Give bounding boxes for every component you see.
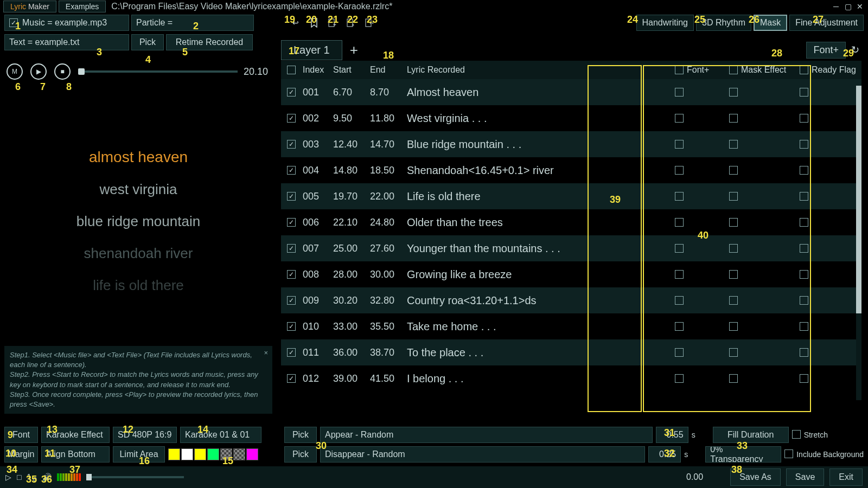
save-as-button[interactable]: Save As [730,468,781,486]
row-ready-checkbox[interactable] [800,114,808,123]
row-ready-checkbox[interactable] [800,374,808,383]
row-mask-checkbox[interactable] [729,244,738,253]
table-row[interactable]: 0016.708.70 Almost heaven [281,79,861,105]
row-mask-checkbox[interactable] [729,114,738,123]
row-ready-checkbox[interactable] [800,348,808,357]
handwriting-button[interactable]: Handwriting [636,15,694,31]
pick-appear-button[interactable]: Pick [284,427,317,443]
table-scrollbar[interactable] [856,86,861,400]
save-button[interactable]: Save [786,468,824,486]
row-fontplus-checkbox[interactable] [675,114,684,123]
row-fontplus-checkbox[interactable] [675,218,684,227]
table-row[interactable]: 00519.7022.00 Life is old there [281,183,861,209]
appear-effect-field[interactable]: Appear - Random [320,427,653,443]
row-checkbox[interactable] [287,140,296,149]
table-row[interactable]: 0029.5011.80 West virginia . . . [281,105,861,131]
transparency-select[interactable]: 0% Transparency [705,446,781,463]
stop-footer-icon[interactable]: □ [17,473,21,481]
select-all-checkbox[interactable] [287,66,296,74]
clear-all-icon[interactable]: ×× [361,15,378,31]
row-fontplus-checkbox[interactable] [675,88,684,97]
row-fontplus-checkbox[interactable] [675,322,684,331]
color-swatch[interactable] [220,448,232,460]
row-fontplus-checkbox[interactable] [675,140,684,149]
row-checkbox[interactable] [287,114,296,123]
row-ready-checkbox[interactable] [800,270,808,279]
karaoke-effect-select[interactable]: Karaoke Effect [41,427,110,443]
row-fontplus-checkbox[interactable] [675,192,684,201]
play-footer-icon[interactable]: ▷ [5,473,11,481]
row-ready-checkbox[interactable] [800,88,808,97]
3d-rhythm-button[interactable]: 3D Rhythm [696,15,751,31]
font-button[interactable]: Font [4,427,38,443]
row-mask-checkbox[interactable] [729,322,738,331]
mask-header-checkbox[interactable] [729,66,738,74]
retime-button[interactable]: Retime Recorded [166,34,253,50]
color-swatch[interactable] [168,448,180,460]
table-row[interactable]: 00312.4014.70 Blue ridge mountain . . . [281,131,861,157]
tab-examples[interactable]: Examples [59,1,106,12]
row-checkbox[interactable] [287,322,296,331]
appear-duration-input[interactable]: 0.55 [656,427,688,443]
color-swatch[interactable] [246,448,258,460]
row-checkbox[interactable] [287,218,296,227]
exit-button[interactable]: Exit [829,468,863,486]
fontplus-header-checkbox[interactable] [675,66,684,74]
maximize-icon[interactable]: ▢ [843,3,853,10]
row-checkbox[interactable] [287,88,296,97]
include-bg-checkbox[interactable] [784,450,793,458]
row-fontplus-checkbox[interactable] [675,166,684,175]
particle-field[interactable]: Particle = [131,15,254,31]
margin-button[interactable]: Margin [4,446,38,463]
music-file-field[interactable]: Music = example.mp3 [4,15,129,31]
minimize-icon[interactable]: ─ [831,3,841,10]
pick-disappear-button[interactable]: Pick [284,446,317,463]
table-row[interactable]: 00725.0027.60 Younger than the mountains… [281,235,861,261]
align-select[interactable]: Align Bottom [41,446,110,463]
pick-text-button[interactable]: Pick [131,34,164,50]
volume-slider[interactable] [86,476,184,478]
karaoke-preset-select[interactable]: Karaoke 01 & 01 [180,427,261,443]
ready-header-checkbox[interactable] [800,66,808,74]
row-mask-checkbox[interactable] [729,218,738,227]
speaker-icon[interactable]: 🔊 [42,473,52,481]
row-mask-checkbox[interactable] [729,166,738,175]
table-row[interactable]: 00622.1024.80 Older than the trees [281,209,861,235]
fine-adjustment-button[interactable]: Fine Adjustment [789,15,864,31]
delete-item-icon[interactable]: × [343,15,359,31]
disappear-duration-input[interactable]: 0.25 [648,446,681,463]
row-fontplus-checkbox[interactable] [675,374,684,383]
row-ready-checkbox[interactable] [800,244,808,253]
row-checkbox[interactable] [287,192,296,201]
fontplus-button[interactable]: Font+ [806,42,846,59]
row-mask-checkbox[interactable] [729,192,738,201]
row-fontplus-checkbox[interactable] [675,270,684,279]
mask-button[interactable]: Mask [754,15,787,31]
row-fontplus-checkbox[interactable] [675,244,684,253]
redo-icon[interactable]: ↻ [849,42,861,58]
row-mask-checkbox[interactable] [729,140,738,149]
layer-tab-1[interactable]: Layer 1 [281,40,342,60]
row-checkbox[interactable] [287,166,296,175]
bookmark-icon[interactable] [306,15,322,31]
row-ready-checkbox[interactable] [800,192,808,201]
fill-duration-button[interactable]: Fill Duration [713,427,789,443]
table-row[interactable]: 01033.0035.50 Take me home . . . [281,313,861,339]
row-checkbox[interactable] [287,296,296,305]
table-row[interactable]: 00930.2032.80 Country roa<31.20+1.1>ds [281,287,861,313]
row-fontplus-checkbox[interactable] [675,296,684,305]
text-file-field[interactable]: Text = example.txt [4,34,129,50]
row-ready-checkbox[interactable] [800,218,808,227]
row-ready-checkbox[interactable] [800,140,808,149]
stretch-checkbox[interactable] [792,430,801,439]
add-layer-icon[interactable]: + [346,42,362,59]
row-checkbox[interactable] [287,270,296,279]
limit-area-button[interactable]: Limit Area [113,446,165,463]
row-ready-checkbox[interactable] [800,296,808,305]
color-swatch[interactable] [207,448,219,460]
resolution-select[interactable]: SD 480P 16:9 [113,427,177,443]
row-checkbox[interactable] [287,244,296,253]
row-checkbox[interactable] [287,348,296,357]
close-icon[interactable]: ✕ [855,3,865,10]
row-ready-checkbox[interactable] [800,322,808,331]
